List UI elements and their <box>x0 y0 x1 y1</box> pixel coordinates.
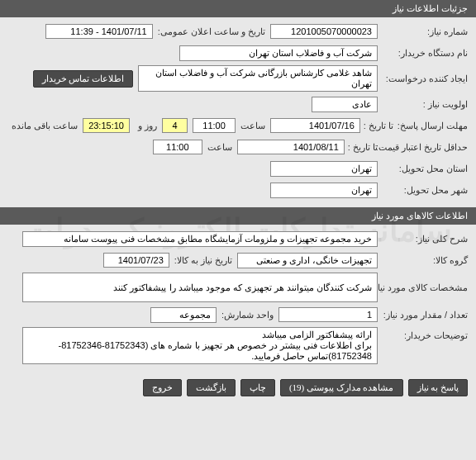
print-button[interactable]: چاپ <box>240 379 275 396</box>
field-delivery-city: تهران <box>270 183 378 198</box>
row-buyer-notes: توضیحات خریدار: ارائه پیشفاکتور الزامی م… <box>8 327 468 364</box>
field-need-desc: خرید مجموعه تجهیزات و ملزومات آزمایشگاه … <box>22 231 378 247</box>
label-priority: اولویت نیاز : <box>381 99 468 110</box>
row-goods-spec: مشخصات کالای مورد نیاز: شرکت کنندگان میت… <box>8 273 468 302</box>
label-need-desc: شرح کلی نیاز: <box>381 234 468 244</box>
field-reply-to-date: 1401/07/16 <box>270 118 360 133</box>
section-need-info-header: جزئیات اطلاعات نیاز <box>0 0 476 17</box>
label-need-number: شماره نیاز: <box>381 26 468 37</box>
label-hour-2: ساعت <box>207 142 232 153</box>
row-goods-group: گروه کالا: تجهیزات خانگی، اداری و صنعتی … <box>8 251 468 269</box>
field-goods-group: تجهیزات خانگی، اداری و صنعتی <box>237 253 378 268</box>
field-price-to-date: 1401/08/11 <box>237 140 345 154</box>
field-time-left: 23:15:10 <box>83 118 130 133</box>
label-hour-1: ساعت <box>240 121 265 131</box>
field-price-hour: 11:00 <box>153 140 202 154</box>
row-request-creator: ایجاد کننده درخواست: شاهد غلامی کارشناس … <box>8 65 468 92</box>
row-delivery-province: استان محل تحویل: تهران <box>8 159 468 178</box>
field-delivery-province: تهران <box>270 161 378 177</box>
label-goods-group: گروه کالا: <box>381 255 468 266</box>
section-items-info-header: اطلاعات کالاهای مورد نیاز <box>0 207 476 225</box>
exit-button[interactable]: خروج <box>143 379 182 396</box>
label-buyer-notes: توضیحات خریدار: <box>381 327 468 341</box>
label-announce-datetime: تاریخ و ساعت اعلان عمومی: <box>158 26 265 37</box>
attachments-button[interactable]: مشاهده مدارک پیوستی (19) <box>280 379 403 396</box>
items-info-content: شرح کلی نیاز: خرید مجموعه تجهیزات و ملزو… <box>0 225 476 372</box>
label-unit: واحد شمارش: <box>221 310 274 320</box>
field-unit: مجموعه <box>150 307 217 323</box>
field-priority: عادی <box>312 97 378 112</box>
label-request-creator: ایجاد کننده درخواست: <box>381 74 468 84</box>
row-need-number: شماره نیاز: 1201005070000023 تاریخ و ساع… <box>8 22 468 40</box>
field-goods-spec: شرکت کنندگان میتوانند هر تجهیزی که موجود… <box>22 273 378 302</box>
field-days-left: 4 <box>162 118 188 133</box>
row-buyer-org: نام دستگاه خریدار: شرکت آب و فاضلاب استا… <box>8 44 468 62</box>
label-remaining: ساعت باقی مانده <box>12 121 78 131</box>
field-need-number: 1201005070000023 <box>270 24 378 39</box>
row-reply-deadline: مهلت ارسال پاسخ: تا تاریخ : 1401/07/16 س… <box>8 116 468 135</box>
row-qty: تعداد / مقدار مورد نیاز: 1 واحد شمارش: م… <box>8 306 468 324</box>
label-qty: تعداد / مقدار مورد نیاز: <box>381 310 468 320</box>
back-button[interactable]: بازگشت <box>187 379 236 396</box>
field-need-to-goods-date: 1401/07/23 <box>103 253 169 268</box>
row-need-desc: شرح کلی نیاز: خرید مجموعه تجهیزات و ملزو… <box>8 230 468 248</box>
label-delivery-city: شهر محل تحویل: <box>381 185 468 196</box>
row-delivery-city: شهر محل تحویل: تهران <box>8 181 468 199</box>
field-reply-hour: 11:00 <box>193 118 236 133</box>
button-bar: پاسخ به نیاز مشاهده مدارک پیوستی (19) چا… <box>0 372 476 403</box>
label-days-and: روز و <box>138 121 157 131</box>
label-goods-spec: مشخصات کالای مورد نیاز: <box>381 282 468 293</box>
field-announce-datetime: 1401/07/11 - 11:39 <box>45 24 153 39</box>
label-price-validity: حداقل تاریخ اعتبار قیمت: <box>381 142 468 153</box>
row-price-validity: حداقل تاریخ اعتبار قیمت: تا تاریخ : 1401… <box>8 138 468 156</box>
row-priority: اولویت نیاز : عادی <box>8 95 468 113</box>
label-buyer-org: نام دستگاه خریدار: <box>381 48 468 59</box>
label-to-date-2: تا تاریخ : <box>348 142 378 153</box>
buyer-contact-button[interactable]: اطلاعات تماس خریدار <box>33 70 134 88</box>
label-delivery-province: استان محل تحویل: <box>381 164 468 174</box>
reply-button[interactable]: پاسخ به نیاز <box>408 379 469 396</box>
need-info-content: شماره نیاز: 1201005070000023 تاریخ و ساع… <box>0 17 476 207</box>
label-need-to-goods-date: تاریخ نیاز به کالا: <box>174 255 232 266</box>
field-qty: 1 <box>278 307 378 322</box>
field-request-creator: شاهد غلامی کارشناس بازرگانی شرکت آب و فا… <box>138 65 378 92</box>
field-buyer-notes: ارائه پیشفاکتور الزامی میباشد برای اطلاع… <box>22 327 378 364</box>
label-reply-deadline: مهلت ارسال پاسخ: <box>397 121 468 131</box>
label-to-date-1: تا تاریخ : <box>364 121 393 131</box>
field-buyer-org: شرکت آب و فاضلاب استان تهران <box>179 45 378 61</box>
